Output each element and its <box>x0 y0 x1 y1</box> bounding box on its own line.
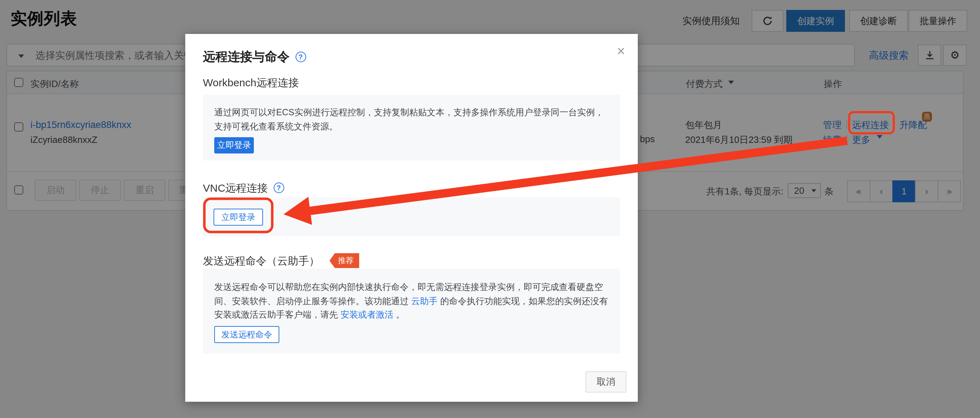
send-command-button[interactable]: 发送远程命令 <box>214 326 279 343</box>
recommend-badge: 推荐 <box>329 253 359 268</box>
command-desc: 发送远程命令可以帮助您在实例内部快速执行命令，即无需远程连接登录实例，即可完成查… <box>214 281 610 322</box>
command-desc-part3: 。 <box>393 310 405 320</box>
workbench-login-button[interactable]: 立即登录 <box>214 137 254 153</box>
workbench-desc: 通过网页可以对ECS实例进行远程控制，支持复制粘贴文本，支持多操作系统用户登录同… <box>214 106 610 134</box>
vnc-heading-text: VNC远程连接 <box>203 182 267 194</box>
workbench-section: 通过网页可以对ECS实例进行远程控制，支持复制粘贴文本，支持多操作系统用户登录同… <box>203 95 620 161</box>
remote-connect-modal: 远程连接与命令? × Workbench远程连接 通过网页可以对ECS实例进行远… <box>185 34 638 402</box>
cancel-button[interactable]: 取消 <box>585 371 627 392</box>
workbench-heading: Workbench远程连接 <box>203 77 299 90</box>
vnc-login-button[interactable]: 立即登录 <box>213 209 263 226</box>
modal-title: 远程连接与命令? <box>203 48 306 65</box>
command-section: 发送远程命令可以帮助您在实例内部快速执行命令，即无需远程连接登录实例，即可完成查… <box>203 269 620 354</box>
cloud-assistant-link[interactable]: 云助手 <box>411 296 438 306</box>
close-icon[interactable]: × <box>617 44 625 58</box>
vnc-help-icon[interactable]: ? <box>273 182 284 193</box>
help-icon[interactable]: ? <box>295 52 306 62</box>
install-activate-link[interactable]: 安装或者激活 <box>340 310 393 320</box>
vnc-heading: VNC远程连接? <box>203 182 284 195</box>
command-heading: 发送远程命令（云助手）推荐 <box>203 253 359 268</box>
vnc-section: 立即登录 <box>203 197 620 236</box>
modal-title-text: 远程连接与命令 <box>203 49 290 64</box>
command-heading-text: 发送远程命令（云助手） <box>203 255 320 266</box>
